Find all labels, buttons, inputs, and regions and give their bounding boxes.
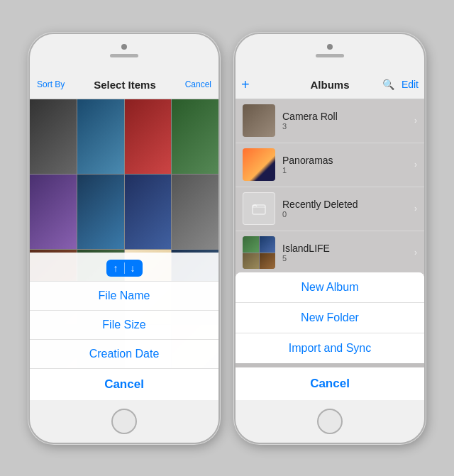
- photo-cell-6[interactable]: [77, 175, 124, 249]
- photo-cell-5[interactable]: [30, 175, 77, 249]
- import-sync-button[interactable]: Import and Sync: [236, 333, 424, 363]
- phone-bottom-1: [30, 400, 218, 443]
- album-item-recently-deleted[interactable]: Recently Deleted 0 ›: [236, 187, 424, 231]
- action-cancel-button[interactable]: Cancel: [236, 367, 424, 400]
- chevron-panoramas: ›: [414, 160, 417, 170]
- speaker-2: [316, 54, 344, 57]
- folder-icon: [252, 202, 266, 215]
- album-item-islandlife[interactable]: IslandLIFE 5 ›: [236, 231, 424, 275]
- album-info-camera-roll: Camera Roll 3: [282, 111, 407, 131]
- album-item-panoramas[interactable]: Panoramas 1 ›: [236, 143, 424, 187]
- svg-rect-0: [253, 205, 265, 214]
- sort-direction-control[interactable]: ↑ ↓: [106, 260, 143, 277]
- home-button-1[interactable]: [111, 409, 137, 434]
- speaker-1: [110, 54, 138, 57]
- phone-top-1: [30, 34, 218, 71]
- album-name-camera-roll: Camera Roll: [282, 111, 407, 122]
- search-button[interactable]: 🔍: [382, 79, 394, 90]
- home-button-2[interactable]: [317, 409, 343, 434]
- album-thumb-panoramas: [243, 148, 275, 181]
- sort-desc-arrow[interactable]: ↓: [131, 262, 135, 274]
- album-item-camera-roll[interactable]: Camera Roll 3 ›: [236, 99, 424, 143]
- album-count-panoramas: 1: [282, 166, 407, 175]
- album-count-camera-roll: 3: [282, 122, 407, 131]
- album-name-recently-deleted: Recently Deleted: [282, 199, 407, 210]
- sort-popup: ↑ ↓ File Name File Size Creation Date Ca…: [30, 253, 218, 400]
- cancel-nav-button-1[interactable]: Cancel: [185, 79, 211, 89]
- photo-cell-2[interactable]: [77, 99, 124, 174]
- album-info-panoramas: Panoramas 1: [282, 155, 407, 175]
- sort-by-filename[interactable]: File Name: [30, 282, 218, 311]
- photo-cell-1[interactable]: [30, 99, 77, 174]
- sort-by-filesize[interactable]: File Size: [30, 311, 218, 340]
- albums-nav-right: 🔍 Edit: [382, 79, 419, 90]
- albums-nav: + Albums 🔍 Edit: [236, 71, 424, 99]
- album-info-recently-deleted: Recently Deleted 0: [282, 199, 407, 218]
- sort-asc-arrow[interactable]: ↑: [114, 262, 118, 274]
- screen-1: Sort By Select Items Cancel: [30, 71, 218, 400]
- chevron-camera-roll: ›: [414, 116, 417, 126]
- nav-title-1: Select Items: [94, 79, 156, 91]
- camera-dot-1: [121, 44, 127, 50]
- album-thumb-recently-deleted: [243, 192, 275, 225]
- sort-arrows-row: ↑ ↓: [30, 253, 218, 282]
- sort-by-button[interactable]: Sort By: [37, 79, 65, 89]
- chevron-recently-deleted: ›: [414, 204, 417, 214]
- sort-by-creation-date[interactable]: Creation Date: [30, 340, 218, 369]
- screen-2: + Albums 🔍 Edit Camera Roll 3 ›: [236, 71, 424, 400]
- album-thumb-camera-roll: [243, 104, 275, 137]
- album-count-recently-deleted: 0: [282, 210, 407, 218]
- album-name-panoramas: Panoramas: [282, 155, 407, 166]
- add-album-button[interactable]: +: [241, 77, 250, 92]
- sort-cancel-button[interactable]: Cancel: [30, 369, 218, 400]
- photo-cell-3[interactable]: [125, 99, 172, 174]
- nav-bar-1: Sort By Select Items Cancel: [30, 71, 218, 99]
- chevron-islandlife: ›: [414, 248, 417, 258]
- album-action-sheet: New Album New Folder Import and Sync Can…: [236, 272, 424, 400]
- photo-cell-4[interactable]: [172, 99, 218, 174]
- photo-cell-7[interactable]: [125, 175, 172, 249]
- phone-bottom-2: [236, 400, 424, 443]
- phone-top-2: [236, 34, 424, 71]
- phone-1: Sort By Select Items Cancel: [28, 33, 220, 444]
- new-album-button[interactable]: New Album: [236, 272, 424, 303]
- phone-2: + Albums 🔍 Edit Camera Roll 3 ›: [234, 33, 426, 444]
- new-folder-button[interactable]: New Folder: [236, 303, 424, 333]
- edit-button[interactable]: Edit: [402, 79, 419, 90]
- camera-dot-2: [327, 44, 333, 50]
- album-name-islandlife: IslandLIFE: [282, 243, 407, 254]
- album-count-islandlife: 5: [282, 254, 407, 262]
- album-thumb-islandlife: [243, 236, 275, 269]
- album-info-islandlife: IslandLIFE 5: [282, 243, 407, 262]
- albums-title: Albums: [310, 79, 349, 91]
- photo-cell-8[interactable]: [172, 175, 218, 249]
